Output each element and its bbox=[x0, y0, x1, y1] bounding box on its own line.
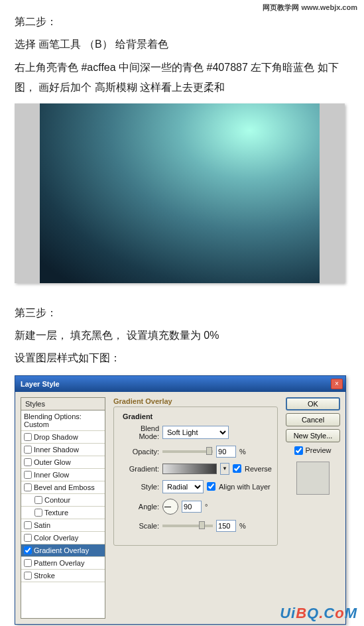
style-label: Gradient Overlay bbox=[34, 546, 89, 554]
background-preview-image bbox=[15, 103, 345, 283]
style-checkbox[interactable] bbox=[24, 446, 32, 454]
style-label: Contour bbox=[44, 496, 70, 504]
opacity-slider[interactable] bbox=[162, 450, 213, 453]
cancel-button[interactable]: Cancel bbox=[286, 413, 340, 426]
styles-header[interactable]: Styles bbox=[21, 398, 105, 410]
image-gradient-area bbox=[40, 103, 320, 283]
style-checkbox[interactable] bbox=[34, 496, 42, 504]
list-item[interactable]: Drop Shadow bbox=[21, 431, 105, 444]
scale-slider[interactable] bbox=[162, 525, 213, 527]
list-item[interactable]: Gradient Overlay bbox=[21, 544, 105, 557]
list-item[interactable]: Outer Glow bbox=[21, 456, 105, 469]
opacity-unit: % bbox=[239, 448, 246, 456]
list-item[interactable]: Color Overlay bbox=[21, 532, 105, 544]
style-checkbox[interactable] bbox=[24, 433, 32, 441]
style-label: Color Overlay bbox=[34, 534, 78, 542]
style-checkbox[interactable] bbox=[24, 546, 32, 554]
blend-mode-select[interactable]: Soft Light bbox=[162, 426, 229, 439]
style-label: Satin bbox=[34, 521, 50, 529]
image-right-padding bbox=[320, 103, 345, 283]
step3-title: 第三步： bbox=[15, 303, 349, 323]
align-checkbox[interactable] bbox=[207, 482, 215, 491]
align-label: Align with Layer bbox=[219, 483, 271, 491]
angle-unit: ° bbox=[205, 503, 208, 511]
layer-style-dialog: Layer Style × Styles Blending Options: C… bbox=[15, 375, 346, 625]
list-item[interactable]: Pattern Overlay bbox=[21, 557, 105, 570]
scale-unit: % bbox=[239, 522, 246, 530]
preview-swatch bbox=[296, 462, 330, 495]
preview-checkbox-row[interactable]: Preview bbox=[294, 446, 331, 455]
step2-line1: 选择 画笔工具 （B） 给背景着色 bbox=[15, 34, 349, 54]
angle-input[interactable] bbox=[182, 501, 202, 513]
step3-line2: 设置图层样式如下图： bbox=[15, 348, 349, 368]
list-item[interactable]: Inner Shadow bbox=[21, 444, 105, 456]
style-checkbox[interactable] bbox=[24, 483, 32, 491]
watermark-bottom: UiBQ.CoM bbox=[280, 605, 357, 622]
reverse-checkbox[interactable] bbox=[233, 464, 241, 473]
style-checkbox[interactable] bbox=[24, 458, 32, 466]
dialog-title: Layer Style bbox=[18, 380, 331, 388]
style-checkbox[interactable] bbox=[24, 534, 32, 542]
list-item[interactable]: Contour bbox=[21, 494, 105, 507]
style-label: Outer Glow bbox=[34, 458, 71, 466]
list-item[interactable]: Stroke bbox=[21, 570, 105, 582]
style-label: Style: bbox=[119, 483, 159, 491]
style-label: Texture bbox=[44, 509, 68, 517]
new-style-button[interactable]: New Style... bbox=[286, 429, 340, 442]
scale-input[interactable] bbox=[216, 520, 236, 532]
opacity-input[interactable] bbox=[216, 446, 236, 458]
style-label: Bevel and Emboss bbox=[34, 483, 95, 491]
angle-dial[interactable] bbox=[162, 499, 178, 515]
style-label: Inner Glow bbox=[34, 471, 69, 479]
opacity-label: Opacity: bbox=[119, 448, 159, 456]
list-item[interactable]: Bevel and Emboss bbox=[21, 481, 105, 494]
style-select[interactable]: Radial bbox=[162, 480, 204, 493]
image-left-padding bbox=[15, 103, 40, 283]
gradient-dropdown[interactable]: ▼ bbox=[220, 463, 229, 475]
list-item-blending[interactable]: Blending Options: Custom bbox=[21, 410, 105, 431]
styles-list: Styles Blending Options: Custom Drop Sha… bbox=[21, 397, 105, 619]
style-label: Drop Shadow bbox=[34, 433, 78, 441]
preview-checkbox[interactable] bbox=[294, 446, 303, 455]
preview-label: Preview bbox=[305, 446, 331, 454]
gradient-swatch[interactable] bbox=[162, 464, 217, 474]
style-label: Stroke bbox=[34, 572, 55, 580]
style-checkbox[interactable] bbox=[24, 471, 32, 479]
step2-line2: 右上角亮青色 #acffea 中间深一些的青色 #407887 左下角暗蓝色 如… bbox=[15, 58, 349, 98]
style-label: Pattern Overlay bbox=[34, 559, 84, 567]
ok-button[interactable]: OK bbox=[286, 397, 340, 410]
step3-line1: 新建一层， 填充黑色， 设置填充数量为 0% bbox=[15, 326, 349, 345]
style-checkbox[interactable] bbox=[24, 572, 32, 580]
close-button[interactable]: × bbox=[331, 379, 343, 389]
angle-label: Angle: bbox=[119, 503, 159, 511]
gradient-label: Gradient: bbox=[119, 465, 159, 473]
watermark-top: 网页教学网 www.webjx.com bbox=[263, 3, 357, 13]
reverse-label: Reverse bbox=[245, 465, 272, 473]
list-item[interactable]: Inner Glow bbox=[21, 469, 105, 481]
fieldset-label: Gradient bbox=[121, 412, 154, 420]
step2-title: 第二步： bbox=[15, 12, 349, 32]
style-label: Inner Shadow bbox=[34, 446, 79, 454]
style-checkbox[interactable] bbox=[34, 509, 42, 517]
dialog-title-bar[interactable]: Layer Style × bbox=[15, 376, 345, 392]
style-checkbox[interactable] bbox=[24, 559, 32, 567]
list-item[interactable]: Satin bbox=[21, 519, 105, 532]
panel-title: Gradient Overlay bbox=[113, 397, 278, 405]
list-item[interactable]: Texture bbox=[21, 507, 105, 519]
style-checkbox[interactable] bbox=[24, 521, 32, 529]
gradient-overlay-panel: Gradient Overlay Gradient Blend Mode: So… bbox=[111, 397, 280, 619]
scale-label: Scale: bbox=[119, 522, 159, 530]
blend-mode-label: Blend Mode: bbox=[119, 424, 159, 440]
close-icon: × bbox=[335, 380, 339, 387]
dialog-buttons-column: OK Cancel New Style... Preview bbox=[286, 397, 340, 619]
